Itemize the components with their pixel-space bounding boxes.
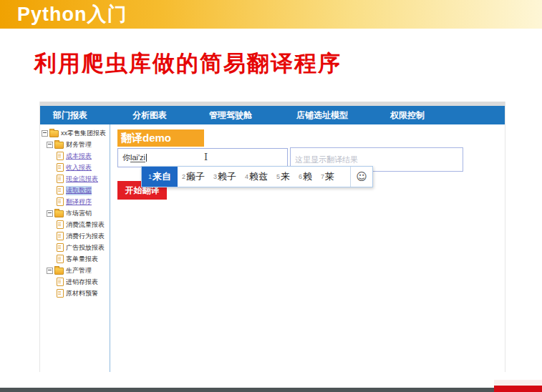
tree-expander-icon[interactable] xyxy=(47,142,53,148)
sidebar-item-marketing[interactable]: 市场营销 xyxy=(40,207,110,219)
sidebar-item-cashflow-report[interactable]: 现金流报表 xyxy=(40,173,110,185)
nav-bar: 部门报表 分析图表 管理驾驶舱 店铺选址模型 权限控制 xyxy=(40,106,505,124)
folder-icon xyxy=(49,130,59,137)
sidebar-item-production[interactable]: 生产管理 xyxy=(40,265,110,276)
sidebar-item-translator[interactable]: 翻译程序 xyxy=(40,196,110,207)
ime-candidate[interactable]: 4 赖兹 xyxy=(241,167,272,187)
ime-candidate-window: 1 来自 2 癞子 3 赖子 4 赖兹 5 来 6 赖 xyxy=(141,166,373,187)
sidebar-item-order-volume-report[interactable]: 客单量报表 xyxy=(40,253,110,265)
nav-item-analysis-charts[interactable]: 分析图表 xyxy=(132,106,167,124)
tree-expander-icon[interactable] xyxy=(42,130,48,137)
nav-item-store-location[interactable]: 店铺选址模型 xyxy=(296,106,348,124)
slide: Python入门 利用爬虫库做的简易翻译程序 部门报表 分析图表 管理驾驶舱 店… xyxy=(0,0,542,392)
document-icon xyxy=(57,175,64,183)
folder-icon xyxy=(54,210,64,217)
ime-composition-text: lai'zi xyxy=(130,153,145,162)
sidebar-item-behavior-report[interactable]: 消费行为报表 xyxy=(40,230,110,242)
folder-icon xyxy=(54,142,64,149)
nav-item-permissions[interactable]: 权限控制 xyxy=(390,106,425,124)
ime-candidate[interactable]: 5 来 xyxy=(272,167,294,187)
sidebar-item-ads-report[interactable]: 广告投放报表 xyxy=(40,242,110,253)
ime-candidate[interactable]: 2 癞子 xyxy=(178,167,209,187)
sidebar-item-material-alert[interactable]: 原材料预警 xyxy=(40,288,110,299)
banner-title: Python入门 xyxy=(17,1,127,27)
page-title: 利用爬虫库做的简易翻译程序 xyxy=(34,49,342,79)
ibeam-cursor-icon: I xyxy=(204,152,208,162)
sidebar-item-group-report[interactable]: xx零售集团报表 xyxy=(40,127,110,139)
document-icon xyxy=(57,163,64,172)
sidebar-item-cost-report[interactable]: 成本报表 xyxy=(40,150,110,162)
sidebar-item-traffic-report[interactable]: 消费流量报表 xyxy=(40,219,110,230)
sidebar-item-fetch-data[interactable]: 读取数据 xyxy=(40,185,110,196)
document-icon xyxy=(57,186,64,195)
demo-title: 翻译demo xyxy=(117,129,204,147)
footer-dark-bar xyxy=(0,388,494,392)
document-icon xyxy=(57,289,64,298)
emoji-picker-icon[interactable]: ☺ xyxy=(350,167,372,187)
ime-candidate[interactable]: 7 莱 xyxy=(316,167,339,187)
nav-item-dashboard[interactable]: 管理驾驶舱 xyxy=(209,106,252,124)
tree-expander-icon[interactable] xyxy=(47,268,53,274)
text-caret xyxy=(146,154,147,162)
document-icon xyxy=(57,152,64,160)
ime-candidate[interactable]: 3 赖子 xyxy=(209,167,241,187)
document-icon xyxy=(57,278,64,286)
tree-expander-icon[interactable] xyxy=(47,210,53,217)
document-icon xyxy=(57,243,64,252)
footer-red-bar xyxy=(494,386,542,392)
document-icon xyxy=(57,232,64,240)
app-screenshot: 部门报表 分析图表 管理驾驶舱 店铺选址模型 权限控制 xx零售集团报表 财务管… xyxy=(39,102,505,372)
sidebar: xx零售集团报表 财务管理 成本报表 收入报表 现金流报表 读取数据 xyxy=(40,124,110,372)
footer-pink-strip xyxy=(494,380,542,386)
source-text-input[interactable]: 你lai'zi I xyxy=(117,148,288,167)
sidebar-divider xyxy=(110,124,110,372)
folder-icon xyxy=(54,268,64,275)
banner: Python入门 xyxy=(0,0,542,29)
ime-candidate[interactable]: 1 来自 xyxy=(142,167,178,187)
sidebar-item-income-report[interactable]: 收入报表 xyxy=(40,162,110,173)
ime-candidate[interactable]: 6 赖 xyxy=(294,167,316,187)
document-icon xyxy=(57,197,64,206)
sidebar-item-inventory-report[interactable]: 进销存报表 xyxy=(40,276,110,288)
committed-text: 你 xyxy=(122,153,130,162)
document-icon xyxy=(57,220,64,229)
document-icon xyxy=(57,255,64,263)
nav-item-department-reports[interactable]: 部门报表 xyxy=(53,106,87,124)
sidebar-item-finance[interactable]: 财务管理 xyxy=(40,139,110,150)
